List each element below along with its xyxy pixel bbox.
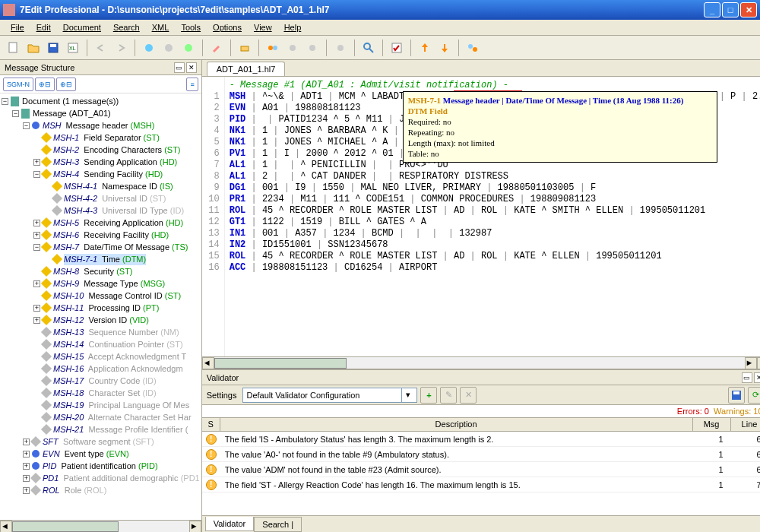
- file-tab[interactable]: ADT_A01_1.hl7: [207, 62, 286, 76]
- tree-row[interactable]: MSH-4-1 Namespace ID (IS): [2, 180, 200, 192]
- code-line[interactable]: GT1 | 1122 | 1519 | BILL ^ GATES ^ A: [230, 217, 760, 228]
- tool-f[interactable]: [264, 39, 282, 57]
- tree-row[interactable]: MSH-18 Character Set (ID): [2, 387, 200, 399]
- tree-row[interactable]: −MSH Message header (MSH): [2, 119, 200, 131]
- tool-c[interactable]: [179, 39, 198, 57]
- col-status[interactable]: S: [202, 418, 220, 431]
- menu-edit[interactable]: Edit: [30, 21, 57, 33]
- tree-row[interactable]: MSH-7-1 Time (DTM): [2, 253, 200, 265]
- tree-h-scrollbar[interactable]: ◄ ►: [0, 520, 201, 532]
- validator-row[interactable]: !The field 'ST - Allergy Reaction Code' …: [202, 477, 760, 492]
- col-line[interactable]: Line: [731, 418, 760, 431]
- tree-row[interactable]: +MSH-3 Sending Application (HD): [2, 156, 200, 168]
- tree[interactable]: −Document (1 message(s))−Message (ADT_A0…: [0, 93, 201, 520]
- tool-h[interactable]: [303, 39, 321, 57]
- tree-row[interactable]: MSH-17 Country Code (ID): [2, 375, 200, 387]
- tool-i[interactable]: [331, 39, 350, 57]
- struct-btn-2[interactable]: ⊕⊟: [35, 78, 55, 91]
- tool-d[interactable]: [207, 39, 226, 57]
- scroll-right-button[interactable]: ►: [189, 521, 201, 532]
- tree-row[interactable]: −MSH-7 Date/Time Of Message (TS): [2, 241, 200, 253]
- struct-btn-3[interactable]: ⊕⊟: [56, 78, 76, 91]
- sgm-button[interactable]: SGM-N: [3, 78, 33, 91]
- new-button[interactable]: [5, 39, 23, 57]
- close-button[interactable]: ✕: [740, 2, 757, 17]
- validator-row[interactable]: !The value 'ADM' not found in the table …: [202, 462, 760, 477]
- search-button[interactable]: [359, 39, 378, 57]
- scroll-left-button[interactable]: ◄: [0, 521, 12, 532]
- editor[interactable]: 12345678910111213141516 - Message #1 (AD…: [202, 77, 760, 356]
- save-results-button[interactable]: [728, 387, 745, 404]
- validator-row[interactable]: !The value 'A0-' not found in the table …: [202, 447, 760, 462]
- menu-tools[interactable]: Tools: [175, 21, 207, 33]
- tree-row[interactable]: +MSH-9 Message Type (MSG): [2, 277, 200, 290]
- tree-row[interactable]: MSH-19 Principal Language Of Mes: [2, 399, 200, 411]
- col-description[interactable]: Description: [220, 418, 693, 431]
- tree-row[interactable]: −MSH-4 Sending Facility (HD): [2, 168, 200, 180]
- export-button[interactable]: XL: [64, 39, 82, 57]
- panel-close-button[interactable]: ✕: [186, 62, 197, 73]
- code-line[interactable]: ROL | 45 ^ RECORDER ^ ROLE MASTER LIST |…: [230, 251, 760, 262]
- menu-search[interactable]: Search: [107, 21, 146, 33]
- edit-config-button[interactable]: ✎: [440, 387, 457, 404]
- struct-btn-4[interactable]: ≡: [186, 78, 198, 91]
- col-msg[interactable]: Msg: [693, 418, 731, 431]
- code-line[interactable]: ROL | 45 ^ RECORDER ^ ROLE MASTER LIST |…: [230, 205, 760, 217]
- code-line[interactable]: IN1 | 001 | A357 | 1234 | BCMD | | | | 1…: [230, 228, 760, 239]
- menu-help[interactable]: Help: [278, 21, 308, 33]
- tree-row[interactable]: +ROL Role (ROL): [2, 484, 200, 496]
- code-line[interactable]: AL1 | 2 | | ^ CAT DANDER | | RESPIRATORY…: [230, 171, 760, 182]
- validator-config-combo[interactable]: Default Validator Configuration ▾: [242, 388, 417, 403]
- add-config-button[interactable]: +: [420, 387, 437, 404]
- tree-row[interactable]: MSH-4-2 Universal ID (ST): [2, 192, 200, 204]
- scroll-right-button[interactable]: ►: [745, 357, 757, 369]
- menu-view[interactable]: View: [248, 21, 278, 33]
- editor-h-scrollbar[interactable]: ◄ ►: [202, 356, 760, 369]
- download-button[interactable]: [435, 39, 454, 57]
- settings-button[interactable]: [464, 39, 482, 57]
- minimize-button[interactable]: _: [704, 2, 720, 17]
- tree-row[interactable]: MSH-1 Field Separator (ST): [2, 131, 200, 144]
- menu-options[interactable]: Options: [207, 21, 248, 33]
- validator-row[interactable]: !The field 'IS - Ambulatory Status' has …: [202, 432, 760, 447]
- validate-button[interactable]: [388, 39, 406, 57]
- validator-pin-button[interactable]: ▭: [742, 372, 752, 383]
- panel-pin-button[interactable]: ▭: [174, 62, 185, 73]
- tree-row[interactable]: +EVN Event type (EVN): [2, 448, 200, 460]
- refresh-button[interactable]: ⟳: [748, 387, 760, 404]
- code-line[interactable]: PR1 | 2234 | M11 | 111 ^ CODE151 | COMMO…: [230, 194, 760, 205]
- menu-xml[interactable]: XML: [146, 21, 176, 33]
- open-button[interactable]: [24, 39, 43, 57]
- upload-button[interactable]: [416, 39, 434, 57]
- menu-document[interactable]: Document: [57, 21, 107, 33]
- tool-a[interactable]: [140, 39, 158, 57]
- validator-close-button[interactable]: ✕: [754, 372, 760, 383]
- validator-tab[interactable]: Validator: [205, 517, 255, 531]
- chevron-down-icon[interactable]: ▾: [401, 388, 413, 402]
- tree-row[interactable]: +MSH-5 Receiving Application (HD): [2, 217, 200, 229]
- tree-row[interactable]: MSH-16 Application Acknowledgm: [2, 363, 200, 375]
- code-line[interactable]: IN2 | ID1551001 | SSN12345678: [230, 239, 760, 251]
- tree-row[interactable]: MSH-20 Alternate Character Set Har: [2, 411, 200, 423]
- tool-e[interactable]: [236, 39, 254, 57]
- redo-button[interactable]: [112, 39, 130, 57]
- scroll-left-button[interactable]: ◄: [202, 357, 214, 369]
- tree-row[interactable]: MSH-21 Message Profile Identifier (: [2, 423, 200, 435]
- tool-b[interactable]: [160, 39, 178, 57]
- save-button[interactable]: [44, 39, 62, 57]
- tree-row[interactable]: MSH-13 Sequence Number (NM): [2, 326, 200, 338]
- tree-row[interactable]: +PID Patient identification (PID): [2, 460, 200, 472]
- tree-row[interactable]: MSH-14 Continuation Pointer (ST): [2, 338, 200, 350]
- undo-button[interactable]: [92, 39, 110, 57]
- tool-g[interactable]: [283, 39, 302, 57]
- tree-row[interactable]: −Document (1 message(s)): [2, 95, 200, 107]
- menu-file[interactable]: File: [5, 21, 30, 33]
- search-tab[interactable]: Search |: [254, 517, 302, 532]
- tree-row[interactable]: −Message (ADT_A01): [2, 107, 200, 119]
- tree-row[interactable]: MSH-8 Security (ST): [2, 265, 200, 277]
- code-line[interactable]: ACC | 198808151123 | CD16254 | AIRPORT: [230, 262, 760, 274]
- maximize-button[interactable]: □: [722, 2, 739, 17]
- tree-row[interactable]: +MSH-6 Receiving Facility (HD): [2, 229, 200, 241]
- tree-row[interactable]: MSH-10 Message Control ID (ST): [2, 290, 200, 302]
- tree-row[interactable]: MSH-4-3 Universal ID Type (ID): [2, 204, 200, 217]
